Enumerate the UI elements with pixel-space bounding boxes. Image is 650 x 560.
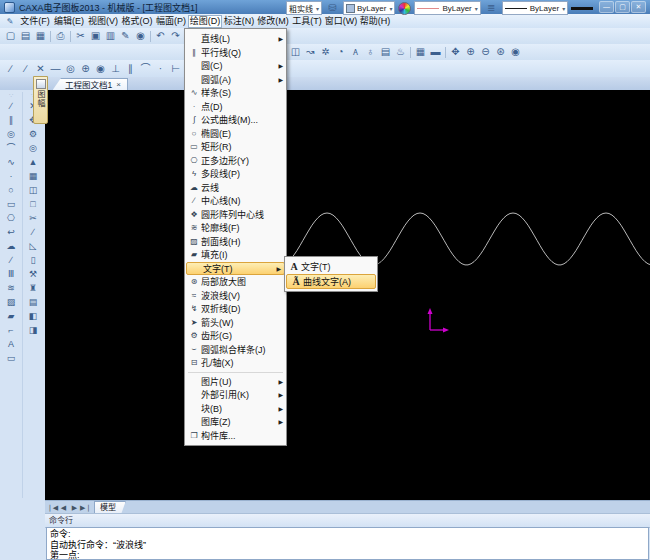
command-line-output[interactable]: 命令:自动执行命令：“波浪线”第一点:第二点 bbox=[46, 527, 649, 560]
tool-icon[interactable]: ⚒ bbox=[25, 267, 41, 281]
menu-item[interactable]: ○椭圆(E) bbox=[185, 127, 286, 141]
tool-icon[interactable]: ▤ bbox=[25, 295, 41, 309]
toolbar-icon[interactable]: ᴀ bbox=[348, 45, 363, 59]
menu-item[interactable]: ⌣圆弧拟合样条(J) bbox=[185, 343, 286, 357]
toolbar-icon[interactable]: ◔ bbox=[333, 45, 348, 59]
tool-icon[interactable]: ▨ bbox=[3, 295, 19, 309]
tool-icon[interactable]: ≋ bbox=[3, 281, 19, 295]
toolbar-icon[interactable]: ⎙ bbox=[53, 29, 68, 43]
menu-item[interactable]: ⚙齿形(G) bbox=[185, 329, 286, 343]
tool-icon[interactable]: ▭ bbox=[3, 197, 19, 211]
tool-icon[interactable]: ◨ bbox=[25, 323, 41, 337]
tool-icon[interactable]: ◧ bbox=[25, 309, 41, 323]
color-wheel-icon[interactable] bbox=[398, 2, 411, 15]
toolbar-icon[interactable]: — bbox=[48, 62, 63, 76]
toolbar-icon[interactable]: ↝ bbox=[303, 45, 318, 59]
menu-item[interactable]: ☁云线 bbox=[185, 181, 286, 195]
menu-item[interactable]: 圆弧(A)▶ bbox=[185, 73, 286, 87]
tool-icon[interactable]: ◫ bbox=[25, 183, 41, 197]
toolbar-icon[interactable]: ⊕ bbox=[78, 62, 93, 76]
menu-item[interactable]: 圆(C)▶ bbox=[185, 59, 286, 73]
chevron-down-icon[interactable]: ▾ bbox=[389, 5, 392, 12]
tool-icon[interactable]: ∕ bbox=[3, 99, 19, 113]
menu-item[interactable]: ▭矩形(R) bbox=[185, 140, 286, 154]
menu-item[interactable]: ⎔正多边形(Y) bbox=[185, 154, 286, 168]
linetype-manager-icon[interactable]: ≣ bbox=[484, 1, 499, 15]
tool-icon[interactable]: ⌐ bbox=[3, 323, 19, 337]
menu-item[interactable]: ≋轮廓线(F) bbox=[185, 221, 286, 235]
tool-icon[interactable]: ∥ bbox=[3, 113, 19, 127]
menubar-item[interactable]: 编辑(E) bbox=[52, 15, 86, 28]
chevron-down-icon[interactable]: ▾ bbox=[562, 5, 565, 12]
menu-item[interactable]: ↯双折线(D) bbox=[185, 302, 286, 316]
tool-icon[interactable]: ✂ bbox=[25, 211, 41, 225]
tool-icon[interactable]: ⌒ bbox=[3, 141, 19, 155]
toolbar-icon[interactable]: ↷ bbox=[168, 29, 183, 43]
menubar-item[interactable]: 绘图(D) bbox=[188, 15, 222, 28]
toolbar-icon[interactable]: ◉ bbox=[133, 29, 148, 43]
tool-icon[interactable]: · bbox=[3, 169, 19, 183]
menu-item[interactable]: ∥平行线(Q) bbox=[185, 46, 286, 60]
tool-icon[interactable]: ⎔ bbox=[3, 211, 19, 225]
menubar-item[interactable]: 视图(V) bbox=[86, 15, 120, 28]
tool-icon[interactable]: ∿ bbox=[3, 155, 19, 169]
tool-icon[interactable]: ▲ bbox=[25, 155, 41, 169]
toolbar-icon[interactable]: ⌒ bbox=[138, 62, 153, 76]
menubar-item[interactable]: 标注(N) bbox=[222, 15, 256, 28]
tool-icon[interactable]: ↩ bbox=[3, 225, 19, 239]
tool-icon[interactable]: ◎ bbox=[3, 127, 19, 141]
menu-item[interactable]: ∿样条(S) bbox=[185, 86, 286, 100]
toolbar-icon[interactable]: ∥ bbox=[123, 62, 138, 76]
sheet-nav-icon[interactable]: ❘◀ bbox=[47, 502, 58, 514]
menubar-item[interactable]: 帮助(H) bbox=[358, 15, 392, 28]
menu-item[interactable]: 文字(T)▶ bbox=[186, 262, 285, 276]
menu-item[interactable]: ∕中心线(N) bbox=[185, 194, 286, 208]
tool-icon[interactable]: ♜ bbox=[25, 281, 41, 295]
toolbar-icon[interactable]: ✂ bbox=[73, 29, 88, 43]
sheet-nav-icon[interactable]: ▶❘ bbox=[80, 502, 91, 514]
tool-icon[interactable]: ▭ bbox=[3, 351, 19, 365]
menu-item[interactable]: ▰填充(I) bbox=[185, 248, 286, 262]
toolbar-icon[interactable]: ▤ bbox=[18, 29, 33, 43]
menu-item[interactable]: 块(B)▶ bbox=[185, 402, 286, 416]
menu-item[interactable]: ·点(D) bbox=[185, 100, 286, 114]
menu-item[interactable]: ≈波浪线(V) bbox=[185, 289, 286, 303]
submenu-item[interactable]: Ã曲线文字(A) bbox=[286, 274, 376, 289]
tool-icon[interactable]: Ⅲ bbox=[3, 267, 19, 281]
menu-item[interactable]: ➤箭头(W) bbox=[185, 316, 286, 330]
color-combo[interactable]: ByLayer▾ bbox=[343, 1, 395, 15]
toolbar-icon[interactable]: ✲ bbox=[318, 45, 333, 59]
toolbar-icon[interactable]: ▥ bbox=[103, 29, 118, 43]
toolbar-icon[interactable]: ▤ bbox=[378, 45, 393, 59]
menu-item[interactable]: 图片(U)▶ bbox=[185, 375, 286, 389]
menu-item[interactable]: ϟ多段线(P) bbox=[185, 167, 286, 181]
sheet-palette-tab[interactable]: 图幅 bbox=[33, 76, 48, 124]
toolbar-icon[interactable]: ∕ bbox=[3, 62, 18, 76]
toolbar-icon[interactable]: ♁ bbox=[363, 45, 378, 59]
menu-item[interactable]: ❖圆形阵列中心线 bbox=[185, 208, 286, 222]
tool-icon[interactable]: ∕ bbox=[3, 253, 19, 267]
toolbar-icon[interactable]: ⊥ bbox=[108, 62, 123, 76]
tool-icon[interactable]: ⚙ bbox=[25, 127, 41, 141]
tool-icon[interactable]: ▯ bbox=[25, 253, 41, 267]
toolbar-icon[interactable]: ▣ bbox=[88, 29, 103, 43]
menubar-item[interactable]: 格式(O) bbox=[120, 15, 154, 28]
tool-icon[interactable]: □ bbox=[25, 197, 41, 211]
tool-icon[interactable]: A bbox=[3, 337, 19, 351]
toolbar-icon[interactable]: ▦ bbox=[33, 29, 48, 43]
restore-icon[interactable]: ▢ bbox=[615, 1, 630, 13]
chevron-down-icon[interactable]: ▾ bbox=[316, 5, 319, 12]
toolbar-icon[interactable]: ▢ bbox=[3, 29, 18, 43]
drawing-canvas[interactable] bbox=[45, 90, 650, 500]
menu-item[interactable]: 图库(Z)▶ bbox=[185, 415, 286, 429]
menu-item[interactable]: ▨剖面线(H) bbox=[185, 235, 286, 249]
toolbar-icon[interactable]: ✕ bbox=[33, 62, 48, 76]
tool-icon[interactable]: ◺ bbox=[25, 239, 41, 253]
tool-icon[interactable]: ▦ bbox=[25, 169, 41, 183]
tool-icon[interactable]: ○ bbox=[3, 183, 19, 197]
tool-icon[interactable]: ▰ bbox=[3, 309, 19, 323]
submenu-item[interactable]: A文字(T) bbox=[285, 259, 377, 274]
toolbar-icon[interactable]: ↶ bbox=[153, 29, 168, 43]
toolbar-icon[interactable]: ✎ bbox=[118, 29, 133, 43]
toolbar-icon[interactable]: · bbox=[153, 62, 168, 76]
